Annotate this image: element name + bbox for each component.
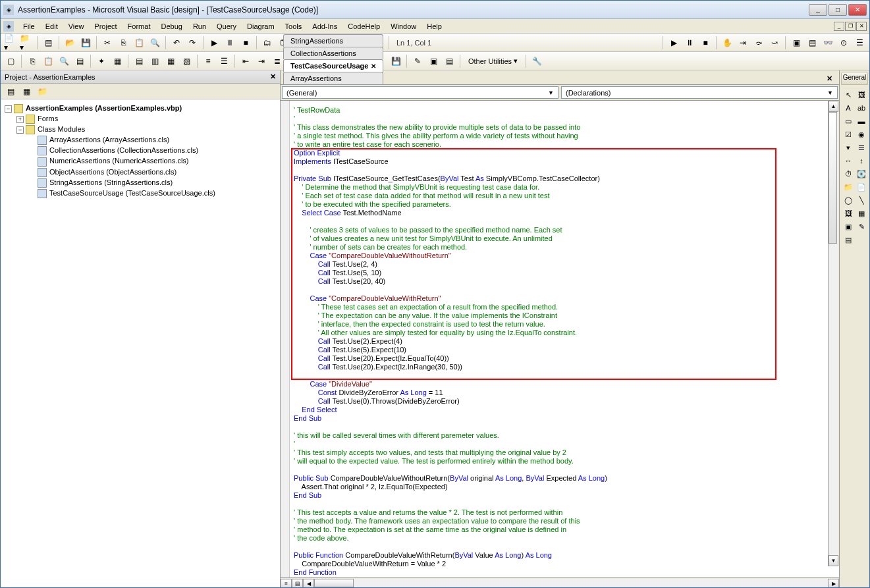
redo-button[interactable]: ↷ bbox=[185, 36, 200, 50]
full-view-button[interactable]: ▤ bbox=[292, 579, 303, 589]
cut-button[interactable]: ✂ bbox=[100, 36, 115, 50]
textbox-tool[interactable]: ab bbox=[856, 102, 867, 114]
mdi-minimize-button[interactable]: _ bbox=[834, 22, 844, 31]
open-button[interactable]: 📂 bbox=[63, 36, 77, 50]
breakpoint-button[interactable]: ✋ bbox=[720, 36, 734, 50]
pointer-tool[interactable]: ↖ bbox=[842, 89, 854, 101]
tb2-btn26[interactable]: 🔧 bbox=[530, 54, 544, 68]
vscrollbar-tool[interactable]: ↕ bbox=[856, 155, 867, 167]
view-object-button[interactable]: ▦ bbox=[19, 84, 34, 99]
tb2-btn9[interactable]: ▥ bbox=[148, 54, 162, 68]
tb2-btn13[interactable]: ☰ bbox=[217, 54, 231, 68]
mdi-restore-button[interactable]: ❐ bbox=[845, 22, 856, 31]
tree-item[interactable]: TestCaseSourceUsage (TestCaseSourceUsage… bbox=[28, 188, 276, 199]
save-button[interactable]: 💾 bbox=[78, 36, 93, 50]
label-tool[interactable]: A bbox=[842, 102, 854, 114]
tab-close-icon[interactable]: ✕ bbox=[371, 63, 376, 70]
tb2-btn7[interactable]: ▦ bbox=[110, 54, 124, 68]
dirlistbox-tool[interactable]: 📁 bbox=[842, 181, 854, 193]
tab-arrayassertions[interactable]: ArrayAssertions bbox=[283, 72, 383, 84]
step-out-button[interactable]: ⤻ bbox=[767, 36, 782, 50]
project-tree[interactable]: −AssertionExamples (AssertionExamples.vb… bbox=[1, 99, 280, 588]
tb2-btn22[interactable]: 💾 bbox=[389, 54, 403, 68]
menu-edit[interactable]: Edit bbox=[40, 20, 63, 32]
menu-help[interactable]: Help bbox=[421, 20, 447, 32]
combobox-tool[interactable]: ▾ bbox=[842, 142, 854, 153]
listbox-tool[interactable]: ☰ bbox=[856, 142, 867, 153]
minimize-button[interactable]: _ bbox=[809, 4, 827, 16]
frame-tool[interactable]: ▭ bbox=[842, 115, 854, 127]
vertical-scrollbar[interactable]: ▲ ▼ bbox=[828, 101, 839, 566]
stop-button[interactable]: ■ bbox=[238, 36, 253, 50]
tb2-btn15[interactable]: ⇥ bbox=[254, 54, 269, 68]
close-button[interactable]: ✕ bbox=[848, 4, 867, 16]
hscrollbar-tool[interactable]: ↔ bbox=[842, 155, 854, 167]
tree-item[interactable]: ObjectAssertions (ObjectAssertions.cls) bbox=[28, 167, 276, 178]
step-into-button[interactable]: ⇥ bbox=[736, 36, 750, 50]
toolbox-tab-general[interactable]: General bbox=[841, 72, 868, 85]
step-over-button[interactable]: ⤼ bbox=[751, 36, 766, 50]
mdi-close-button[interactable]: ✕ bbox=[856, 22, 867, 31]
menu-file[interactable]: File bbox=[18, 20, 40, 32]
chevron-down-icon[interactable]: ▼ bbox=[827, 90, 833, 96]
locals-button[interactable]: ▣ bbox=[789, 36, 803, 50]
menu-debug[interactable]: Debug bbox=[155, 20, 187, 32]
procedure-combo[interactable]: (Declarations)▼ bbox=[561, 86, 838, 99]
other-utilities-dropdown[interactable]: Other Utilities▾ bbox=[464, 55, 522, 67]
tree-item[interactable]: ArrayAssertions (ArrayAssertions.cls) bbox=[28, 135, 276, 146]
add-project-button[interactable]: 📁▾ bbox=[19, 36, 34, 50]
view-code-button[interactable]: ▤ bbox=[3, 84, 18, 99]
expand-icon[interactable]: − bbox=[16, 126, 24, 134]
extra-tool2[interactable]: ▤ bbox=[842, 234, 854, 246]
menu-editor-button[interactable]: ▤ bbox=[41, 36, 55, 50]
tb2-btn8[interactable]: ▤ bbox=[132, 54, 146, 68]
tb2-btn14[interactable]: ⇤ bbox=[238, 54, 253, 68]
menu-diagram[interactable]: Diagram bbox=[242, 20, 280, 32]
procedure-view-button[interactable]: ≡ bbox=[281, 579, 292, 589]
tb2-btn6[interactable]: ✦ bbox=[94, 54, 109, 68]
close-all-tabs-button[interactable]: ✕ bbox=[823, 73, 836, 84]
tree-item[interactable]: StringAssertions (StringAssertions.cls) bbox=[28, 178, 276, 188]
vscroll-thumb[interactable] bbox=[829, 112, 837, 244]
stop2-button[interactable]: ■ bbox=[698, 36, 713, 50]
horizontal-scrollbar[interactable]: ≡ ▤ ◀ ▶ bbox=[281, 577, 839, 588]
filelistbox-tool[interactable]: 📄 bbox=[856, 181, 867, 193]
object-combo[interactable]: (General)▼ bbox=[282, 86, 558, 99]
image-tool[interactable]: 🖼 bbox=[842, 207, 854, 219]
tb2-btn3[interactable]: 📋 bbox=[41, 54, 55, 68]
tab-collectionassertions[interactable]: CollectionAssertions bbox=[283, 47, 383, 59]
watch-button[interactable]: 👓 bbox=[821, 36, 835, 50]
menu-format[interactable]: Format bbox=[122, 20, 156, 32]
scroll-down-button[interactable]: ▼ bbox=[829, 555, 838, 566]
scroll-right-button[interactable]: ▶ bbox=[828, 579, 839, 589]
optionbutton-tool[interactable]: ◉ bbox=[856, 128, 867, 140]
toggle-folders-button[interactable]: 📁 bbox=[35, 84, 49, 99]
expand-icon[interactable]: + bbox=[16, 116, 24, 123]
ole-tool[interactable]: ▣ bbox=[842, 221, 854, 232]
scroll-left-button[interactable]: ◀ bbox=[303, 579, 314, 589]
data-tool[interactable]: ▦ bbox=[856, 207, 867, 219]
tab-stringassertions[interactable]: StringAssertions bbox=[283, 34, 383, 47]
maximize-button[interactable]: □ bbox=[829, 4, 847, 16]
drivelistbox-tool[interactable]: 💽 bbox=[856, 168, 867, 180]
tb2-btn25[interactable]: ▤ bbox=[442, 54, 456, 68]
tb2-btn23[interactable]: ✎ bbox=[410, 54, 425, 68]
menu-view[interactable]: View bbox=[63, 20, 90, 32]
tree-folder-classmodules[interactable]: −Class Modules bbox=[16, 124, 276, 135]
run-button[interactable]: ▶ bbox=[207, 36, 221, 50]
tree-item[interactable]: CollectionAssertions (CollectionAssertio… bbox=[28, 146, 276, 156]
menu-tools[interactable]: Tools bbox=[280, 20, 308, 32]
tb2-btn24[interactable]: ▣ bbox=[426, 54, 441, 68]
paste-button[interactable]: 📋 bbox=[132, 36, 146, 50]
menu-codehelp[interactable]: CodeHelp bbox=[342, 20, 385, 32]
project-panel-close-button[interactable]: ✕ bbox=[270, 72, 276, 81]
menu-add-ins[interactable]: Add-Ins bbox=[307, 20, 342, 32]
menu-window[interactable]: Window bbox=[385, 20, 421, 32]
tb2-btn11[interactable]: ▧ bbox=[179, 54, 194, 68]
tree-item[interactable]: NumericAssertions (NumericAssertions.cls… bbox=[28, 156, 276, 167]
run2-button[interactable]: ▶ bbox=[666, 36, 681, 50]
pause2-button[interactable]: ⏸ bbox=[682, 36, 697, 50]
commandbutton-tool[interactable]: ▬ bbox=[856, 115, 867, 127]
menu-project[interactable]: Project bbox=[89, 20, 122, 32]
copy-button[interactable]: ⎘ bbox=[116, 36, 130, 50]
